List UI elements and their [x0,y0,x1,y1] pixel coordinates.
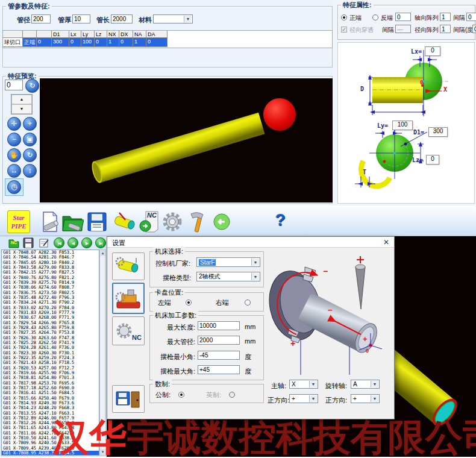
feature-type-cell[interactable]: 球切口 [3,38,23,47]
rotate-axis-combo[interactable]: A▼ [351,380,380,389]
imperial-radio[interactable] [229,392,235,398]
axial-array-input[interactable] [440,13,451,21]
tools-button[interactable] [186,210,209,233]
open-file-button[interactable] [61,210,84,233]
imperial-label: 英制: [206,391,221,400]
table-row[interactable]: 球切口 正端 0 300 0 100 0 1 0 1 0 [3,38,332,47]
flip-vertical-button[interactable]: ↕ [23,164,37,178]
scroll-up-icon[interactable]: ▲ [100,250,105,256]
radial-pierce-checkbox[interactable]: ✓ [341,27,347,33]
rotate-3d-button[interactable]: ↻ [23,148,37,162]
vendor-combo[interactable]: StarF ▼ [196,257,260,267]
preview-viewport[interactable] [40,78,333,202]
rotate-direction-combo[interactable]: +▼ [351,394,380,403]
help-button[interactable]: ? [273,210,287,233]
pan-button[interactable]: ✛ [7,117,21,131]
gcode-edit-button[interactable] [39,237,49,248]
max-swing-label: 摆枪最大角: [160,367,195,376]
max-swing-input[interactable] [198,365,240,374]
gap-input[interactable] [395,25,411,33]
cell[interactable]: 1 [133,38,146,47]
angle-spinner: ▲ ▼ [11,94,33,114]
spin-up-button[interactable]: ▲ [11,95,32,104]
spin-down-button[interactable]: ▼ [11,104,32,114]
save-exit-button[interactable] [112,385,145,413]
radial-array-input[interactable] [440,25,451,33]
dialog-titlebar[interactable]: 设置 ✕ [107,237,394,248]
cell[interactable]: 0 [146,38,168,47]
end-angle-input[interactable] [395,13,411,21]
nav-next-button[interactable]: ▶ [81,237,92,248]
back-end-radio[interactable] [372,14,378,20]
max-diameter-input[interactable] [198,336,240,345]
machine-type-1-button[interactable] [112,253,145,280]
settings-button[interactable] [161,210,184,233]
main-axis-label: 主轴: [271,381,286,391]
zoom-out-button[interactable]: − [7,133,21,146]
cell[interactable]: 正端 [23,38,37,47]
cell[interactable]: 300 [52,38,69,47]
material-combo[interactable]: ▼ [153,14,193,24]
nav-last-button[interactable]: ▶| [95,237,106,248]
col-header: DX [119,31,133,38]
chuck-right-radio[interactable] [245,300,251,306]
back-button[interactable] [213,213,231,231]
pipe-edit-button[interactable] [112,210,139,233]
nc-export-button[interactable]: NC [139,210,161,233]
d1-dim-label: D1= [413,129,424,136]
max-length-input[interactable] [198,321,240,330]
gcode-save-button[interactable] [23,237,34,248]
pan-icon: ✛ [11,119,17,128]
radial-pierce-label: 径向穿透 [349,26,374,34]
lx-dim-value[interactable]: 0 [425,46,440,56]
cell[interactable]: 0 [37,38,52,47]
pipe-thickness-input[interactable] [72,14,90,24]
close-icon[interactable]: ✕ [383,238,389,246]
chevron-down-icon: ▼ [251,259,259,266]
gun-type-label: 摆枪类型: [163,274,191,283]
rotate-view-button[interactable]: ↻ [25,79,39,93]
spacing-input[interactable] [466,13,476,21]
protractor-button[interactable]: ◷ [7,180,21,194]
preview-angle-input[interactable] [5,80,23,90]
main-direction-combo[interactable]: +▼ [289,394,318,403]
zoom-window-button[interactable]: ▣ [23,133,37,146]
cell[interactable]: 0 [119,38,133,47]
col-header: DA [146,31,168,38]
ly-dim-value[interactable]: 100 [392,121,413,130]
d1-dim-value[interactable]: 300 [428,127,448,137]
spacing-deg-input[interactable] [472,25,476,33]
cell[interactable]: 100 [81,38,95,47]
nav-first-button[interactable]: |◀ [54,237,64,248]
save-file-button[interactable] [86,210,108,233]
min-swing-input[interactable] [198,351,240,360]
machine-type-2-button[interactable] [112,283,145,314]
max-diameter-label: 最大管径: [167,337,195,347]
main-axis-combo[interactable]: X▼ [289,380,318,389]
vendor-label: 控制机厂家: [155,259,190,268]
pipe-length-input[interactable] [111,14,133,24]
flip-vertical-icon: ↕ [28,166,32,175]
cell[interactable]: 0 [95,38,107,47]
cell[interactable]: 1 [107,38,119,47]
nc-file-button[interactable]: NC [8,237,19,248]
nc-settings-button[interactable]: NC [112,316,145,345]
gun-type-combo[interactable]: 2轴模式 ▼ [196,272,260,281]
app-window: 管参数及特征: 管径 管厚 管长 材料 ▼ D1 Lx Ly Lz NX DX … [0,0,476,458]
chuck-left-radio[interactable] [186,300,192,306]
svg-text:−: − [328,306,333,315]
lz-dim-value[interactable]: 0 [426,155,439,165]
hand-pan-button[interactable]: ✋ [7,148,21,162]
gcode-edit-icon [39,237,49,248]
metric-radio[interactable] [178,392,184,398]
front-end-radio[interactable] [341,14,347,20]
zoom-in-button[interactable]: + [23,117,37,131]
flip-horizontal-button[interactable]: ↔ [7,164,21,178]
metric-label: 公制: [155,391,171,400]
new-file-button[interactable] [39,210,61,233]
zoom-window-icon: ▣ [27,135,33,143]
cell[interactable]: 0 [69,38,81,47]
nav-prev-button[interactable]: ◀ [67,237,78,248]
rotate-direction-label: 正方向: [325,396,347,405]
pipe-diameter-input[interactable] [31,14,51,24]
